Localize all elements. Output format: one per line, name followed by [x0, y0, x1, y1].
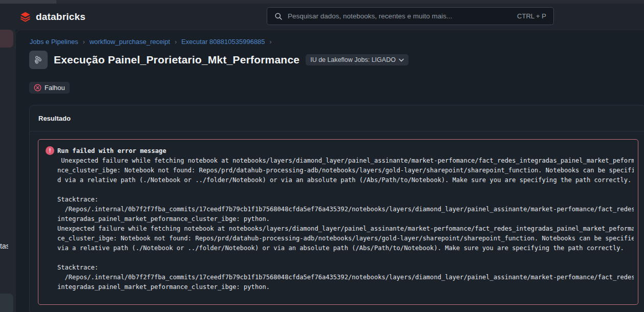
error-title: Run failed with error message [57, 146, 634, 156]
search-input[interactable] [288, 12, 512, 20]
browser-chrome-strip-segment [0, 0, 56, 4]
chevron-down-icon [399, 58, 404, 62]
workflow-icon [29, 51, 48, 69]
page-title: Execução Painel_Prorietario_Mkt_Performa… [54, 54, 299, 66]
breadcrumb-run-id[interactable]: Executar 808810535996885 [181, 38, 265, 46]
sidebar-bottom-item[interactable] [0, 294, 13, 312]
breadcrumb-separator: › [270, 38, 272, 46]
search-icon [274, 12, 283, 20]
databricks-logo-icon [19, 11, 31, 23]
lakeflow-badge-label: IU de Lakeflow Jobs: LIGADO [310, 56, 396, 63]
run-error-output[interactable]: ! Run failed with error message Unexpect… [38, 139, 638, 305]
error-message-text: Unexpected failure while fetching notebo… [57, 156, 634, 292]
sidebar-partial-label: tas [0, 242, 8, 250]
sidebar-active-item-highlight[interactable] [0, 30, 13, 48]
failed-circle-x-icon [34, 84, 41, 92]
status-badge: Falhou [29, 82, 70, 94]
global-search-bar[interactable]: CTRL + P [267, 7, 554, 25]
breadcrumb-jobs-pipelines[interactable]: Jobs e Pipelines [30, 38, 78, 46]
collapsed-sidebar[interactable]: tas [0, 30, 15, 312]
lakeflow-jobs-toggle-badge[interactable]: IU de Lakeflow Jobs: LIGADO [306, 54, 409, 65]
breadcrumb: Jobs e Pipelines › workflow_purchase_rec… [30, 38, 272, 46]
top-navigation-bar: databricks CTRL + P [0, 4, 644, 30]
result-card-header: Resultado [30, 105, 644, 131]
result-heading: Resultado [38, 115, 71, 122]
databricks-job-run-page: databricks CTRL + P tas Jobs e Pipelines… [0, 0, 644, 312]
search-shortcut-hint: CTRL + P [517, 12, 546, 20]
brand-name: databricks [36, 11, 85, 23]
databricks-brand[interactable]: databricks [19, 11, 85, 23]
breadcrumb-separator: › [175, 38, 177, 46]
browser-chrome-strip [0, 0, 644, 4]
result-card: Resultado ! Run failed with error messag… [29, 105, 644, 312]
main-content: Jobs e Pipelines › workflow_purchase_rec… [15, 30, 644, 312]
exclamation-circle-icon: ! [46, 146, 54, 155]
status-label: Falhou [45, 84, 65, 92]
breadcrumb-separator: › [83, 38, 85, 46]
breadcrumb-workflow[interactable]: workflow_purchase_receipt [90, 38, 170, 46]
page-header: Execução Painel_Prorietario_Mkt_Performa… [29, 51, 409, 69]
